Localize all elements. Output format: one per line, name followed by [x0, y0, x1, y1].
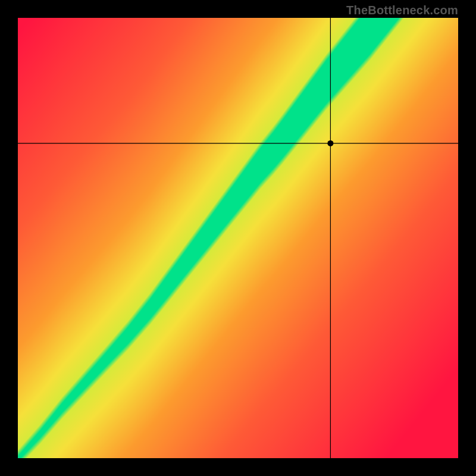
- chart-container: TheBottleneck.com: [0, 0, 476, 476]
- watermark-text: TheBottleneck.com: [346, 4, 458, 17]
- bottleneck-heatmap: [0, 0, 476, 476]
